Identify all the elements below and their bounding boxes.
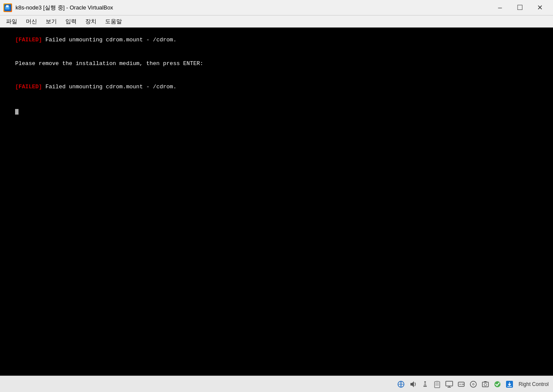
line1-text: Failed unmounting cdrom.mount - /cdrom. bbox=[42, 37, 177, 43]
menu-file[interactable]: 파일 bbox=[2, 16, 22, 27]
close-button[interactable]: ✕ bbox=[530, 1, 550, 14]
terminal-line-4 bbox=[2, 99, 551, 123]
menu-view[interactable]: 보기 bbox=[41, 16, 61, 27]
failed-tag-2: [FAILED] bbox=[15, 84, 42, 90]
title-bar: k8s-node3 [실행 중] - Oracle VirtualBox – ☐… bbox=[0, 0, 553, 16]
display-icon[interactable] bbox=[444, 380, 454, 389]
svg-rect-10 bbox=[435, 382, 440, 388]
cursor bbox=[15, 109, 19, 115]
storage-icon[interactable] bbox=[457, 380, 466, 389]
status-bar: Right Control bbox=[0, 376, 553, 392]
svg-rect-9 bbox=[423, 386, 427, 387]
network-icon[interactable] bbox=[396, 380, 406, 389]
snapshot-icon[interactable] bbox=[481, 380, 490, 389]
svg-rect-24 bbox=[484, 381, 487, 383]
right-control-label: Right Control bbox=[519, 381, 549, 387]
svg-point-21 bbox=[472, 383, 474, 385]
line2-text: Please remove the installation medium, t… bbox=[15, 60, 203, 67]
menu-machine[interactable]: 머신 bbox=[22, 16, 41, 27]
terminal-line-1: [FAILED] Failed unmounting cdrom.mount -… bbox=[2, 28, 551, 52]
guest-additions-icon[interactable] bbox=[493, 380, 502, 389]
svg-marker-5 bbox=[410, 381, 414, 387]
terminal-line-2: Please remove the installation medium, t… bbox=[2, 52, 551, 76]
download-icon[interactable] bbox=[505, 380, 514, 389]
maximize-button[interactable]: ☐ bbox=[510, 1, 530, 14]
line3-text: Failed unmounting cdrom.mount - /cdrom. bbox=[42, 84, 177, 90]
svg-point-20 bbox=[470, 381, 476, 387]
svg-rect-6 bbox=[424, 381, 426, 383]
menu-help[interactable]: 도움말 bbox=[101, 16, 126, 27]
cd-icon[interactable] bbox=[469, 380, 478, 389]
audio-icon[interactable] bbox=[408, 380, 418, 389]
svg-rect-14 bbox=[446, 381, 453, 386]
svg-point-23 bbox=[484, 383, 487, 386]
clipboard-icon[interactable] bbox=[432, 380, 442, 389]
failed-tag-1: [FAILED] bbox=[15, 37, 42, 43]
menu-devices[interactable]: 장치 bbox=[81, 16, 101, 27]
window-controls: – ☐ ✕ bbox=[490, 1, 550, 14]
menu-bar: 파일 머신 보기 입력 장치 도움말 bbox=[0, 16, 553, 28]
terminal-line-3: [FAILED] Failed unmounting cdrom.mount -… bbox=[2, 75, 551, 99]
svg-point-18 bbox=[462, 383, 463, 385]
usb-icon[interactable] bbox=[420, 380, 430, 389]
vm-screen[interactable]: [FAILED] Failed unmounting cdrom.mount -… bbox=[0, 28, 553, 376]
virtualbox-icon bbox=[3, 3, 12, 12]
menu-input[interactable]: 입력 bbox=[61, 16, 81, 27]
window-title: k8s-node3 [실행 중] - Oracle VirtualBox bbox=[16, 4, 113, 12]
title-bar-left: k8s-node3 [실행 중] - Oracle VirtualBox bbox=[3, 3, 113, 12]
svg-rect-11 bbox=[436, 381, 438, 383]
minimize-button[interactable]: – bbox=[490, 1, 510, 14]
svg-rect-2 bbox=[6, 5, 9, 7]
